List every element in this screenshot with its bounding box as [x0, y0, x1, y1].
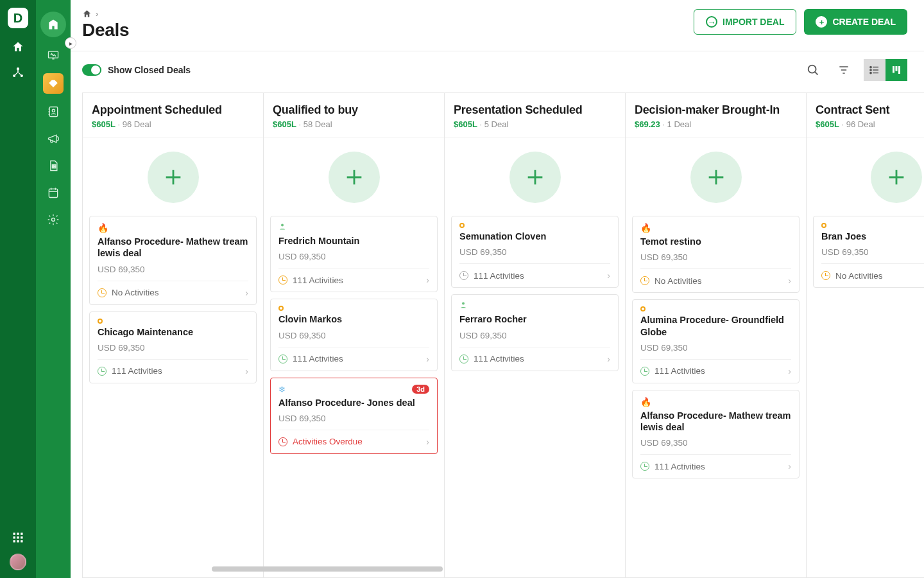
add-deal-button[interactable] [329, 152, 380, 203]
show-closed-toggle[interactable] [82, 64, 101, 76]
column-amount: $605L [454, 119, 477, 129]
add-deal-button[interactable] [690, 152, 742, 203]
deal-card[interactable]: Bran JoesUSD 69,350No Activities› [813, 216, 924, 288]
deal-title: Temot restino [640, 236, 791, 247]
person-icon [459, 301, 467, 311]
dashboard-icon[interactable] [44, 46, 62, 64]
column-title: Contract Sent [816, 103, 924, 117]
filter-icon[interactable] [833, 59, 855, 81]
flame-icon: 🔥 [640, 223, 651, 233]
column-subtitle: $605L · 58 Deal [273, 119, 435, 129]
board-view-button[interactable] [886, 59, 907, 81]
deal-activity: 111 Activities [654, 366, 705, 376]
deal-amount: USD 69,350 [640, 438, 791, 448]
chevron-right-icon[interactable]: › [426, 275, 429, 285]
svg-rect-20 [49, 189, 57, 197]
deal-activity-row: 111 Activities› [278, 347, 429, 371]
deal-amount: USD 69,350 [98, 265, 248, 274]
kanban-column: Decision-maker Brought-In$69.23 · 1 Deal… [625, 92, 806, 578]
deal-activity: Activities Overdue [293, 437, 363, 446]
create-deal-button[interactable]: + CREATE DEAL [804, 9, 907, 35]
deal-title: Fredrich Mountain [278, 235, 429, 247]
import-deal-label: IMPORT DEAL [723, 17, 784, 27]
deals-icon[interactable] [43, 73, 64, 94]
home-icon[interactable] [11, 40, 25, 54]
column-count: · 5 Deal [477, 119, 508, 129]
deal-activity-row: 111 Activities› [459, 347, 610, 371]
deal-card[interactable]: ❄3dAlfanso Procedure- Jones dealUSD 69,3… [270, 378, 438, 454]
user-avatar[interactable] [10, 554, 26, 570]
calendar-icon[interactable] [44, 184, 62, 202]
rail-expand-handle[interactable]: ▸ [65, 37, 76, 49]
chevron-right-icon[interactable]: › [426, 437, 429, 447]
column-title: Presentation Scheduled [454, 103, 616, 117]
deal-activity-row: Activities Overdue› [278, 430, 429, 453]
column-cards: 🔥Temot restinoUSD 69,350No Activities›Al… [626, 216, 806, 485]
breadcrumb-home-icon[interactable] [82, 9, 92, 19]
svg-rect-28 [898, 66, 900, 74]
kanban-column: Qualified to buy$605L · 58 DealFredrich … [263, 92, 444, 578]
horizontal-scrollbar[interactable] [212, 566, 443, 572]
svg-rect-11 [21, 540, 22, 542]
column-cards: 🔥Alfanso Procedure- Mathew tream lewis d… [83, 216, 263, 390]
breadcrumb[interactable]: › [82, 9, 129, 19]
deal-activity: 111 Activities [654, 462, 705, 471]
chevron-right-icon[interactable]: › [788, 276, 791, 286]
contacts-icon[interactable] [44, 103, 62, 121]
chevron-right-icon[interactable]: › [245, 288, 248, 298]
svg-rect-9 [13, 540, 15, 542]
deal-card[interactable]: 🔥Alfanso Procedure- Mathew tream lewis d… [89, 216, 257, 305]
kanban-column: Presentation Scheduled$605L · 5 DealSemu… [444, 92, 625, 578]
toolbar: Show Closed Deals [71, 51, 924, 81]
column-title: Decision-maker Brought-In [635, 103, 797, 117]
apps-grid-icon[interactable] [11, 530, 25, 545]
clock-icon [640, 276, 649, 285]
column-amount: $605L [816, 119, 839, 129]
svg-rect-10 [17, 540, 19, 542]
svg-rect-3 [13, 533, 15, 535]
import-deal-button[interactable]: → IMPORT DEAL [694, 9, 796, 35]
column-count: · 96 Deal [839, 119, 875, 129]
deal-title: Bran Joes [821, 231, 924, 242]
add-deal-button[interactable] [871, 152, 922, 203]
column-header: Decision-maker Brought-In$69.23 · 1 Deal [626, 93, 806, 137]
add-deal-button[interactable] [509, 152, 561, 203]
deal-activity: 111 Activities [474, 271, 524, 281]
list-view-button[interactable] [864, 59, 886, 81]
documents-icon[interactable] [44, 157, 62, 175]
deal-card[interactable]: Alumina Procedure- Groundfield GlobeUSD … [632, 299, 800, 383]
chevron-right-icon[interactable]: › [788, 366, 791, 376]
create-plus-icon: + [816, 16, 827, 28]
svg-point-0 [17, 67, 19, 70]
settings-icon[interactable] [44, 211, 62, 229]
chevron-right-icon[interactable]: › [607, 354, 610, 364]
deal-card[interactable]: 🔥Alfanso Procedure- Mathew tream lewis d… [632, 390, 800, 479]
add-deal-button[interactable] [148, 152, 199, 203]
deal-card[interactable]: Ferraro RocherUSD 69,350111 Activities› [451, 294, 619, 371]
column-subtitle: $69.23 · 1 Deal [635, 119, 797, 129]
deal-card[interactable]: 🔥Temot restinoUSD 69,350No Activities› [632, 216, 800, 293]
primary-nav-rail: D [0, 0, 36, 578]
deal-amount: USD 69,350 [821, 247, 924, 257]
deal-card[interactable]: Chicago MaintenanceUSD 69,350111 Activit… [89, 311, 257, 383]
company-switcher[interactable] [40, 12, 66, 37]
chevron-right-icon[interactable]: › [788, 461, 791, 471]
clock-icon [278, 355, 287, 363]
app-logo[interactable]: D [8, 8, 28, 28]
chevron-right-icon[interactable]: › [245, 366, 248, 376]
deal-card[interactable]: Semunation ClovenUSD 69,350111 Activitie… [451, 216, 619, 288]
deal-title: Semunation Cloven [459, 231, 610, 242]
search-icon[interactable] [802, 59, 824, 81]
kanban-board-scroll[interactable]: Appointment Scheduled$605L · 96 Deal🔥Alf… [71, 81, 924, 578]
chevron-right-icon[interactable]: › [607, 270, 610, 281]
module-nav-rail: ▸ [36, 0, 71, 578]
clock-icon [459, 271, 468, 280]
kanban-board: Appointment Scheduled$605L · 96 Deal🔥Alf… [82, 92, 924, 578]
chevron-right-icon[interactable]: › [426, 354, 429, 364]
deal-card[interactable]: Clovin MarkosUSD 69,350111 Activities› [270, 299, 438, 371]
org-tree-icon[interactable] [11, 66, 25, 80]
deal-title: Clovin Markos [278, 313, 429, 325]
campaigns-icon[interactable] [44, 130, 62, 148]
svg-rect-12 [49, 51, 58, 58]
deal-card[interactable]: Fredrich MountainUSD 69,350111 Activitie… [270, 216, 438, 292]
